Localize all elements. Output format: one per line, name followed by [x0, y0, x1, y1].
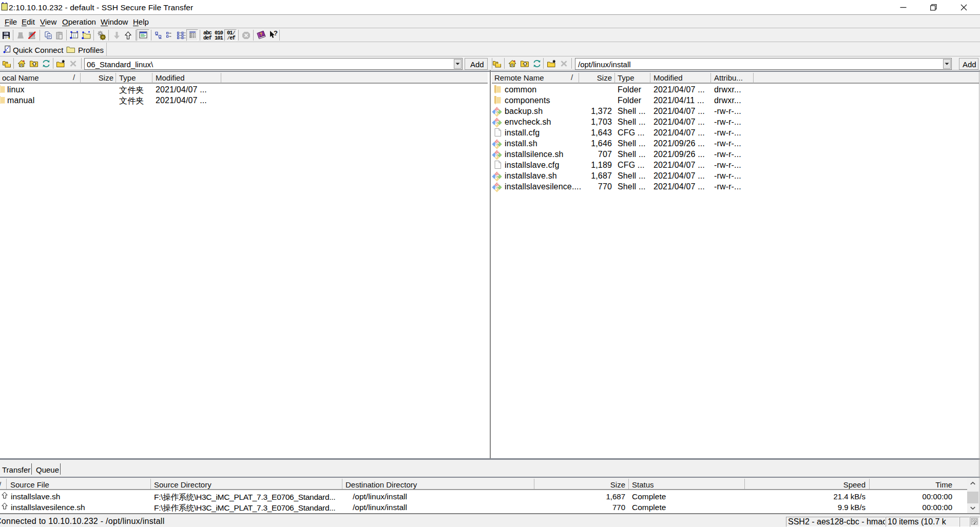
svg-text:?: ?: [274, 30, 278, 37]
